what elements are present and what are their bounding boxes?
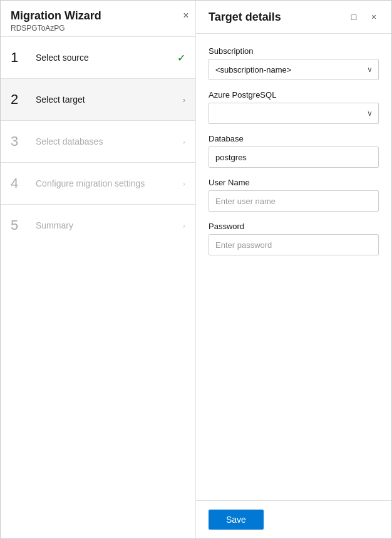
step-chevron-icon-3: › bbox=[183, 137, 185, 146]
maximize-button[interactable]: □ bbox=[346, 9, 361, 24]
subscription-select[interactable]: <subscription-name> bbox=[209, 59, 379, 80]
wizard-title: Migration Wizard bbox=[11, 9, 185, 23]
step-label-2: Select target bbox=[36, 95, 183, 105]
right-panel: Target details □ × Subscription <subscri… bbox=[196, 1, 391, 538]
right-header-actions: □ × bbox=[346, 9, 381, 24]
step-number-4: 4 bbox=[11, 175, 28, 192]
azure-pg-select-wrapper: ∨ bbox=[209, 103, 379, 124]
subscription-group: Subscription <subscription-name> ∨ bbox=[209, 46, 379, 80]
dialog-container: Migration Wizard RDSPGToAzPG × 1 Select … bbox=[0, 0, 392, 539]
azure-pg-select[interactable] bbox=[209, 103, 379, 124]
step-check-icon-1: ✓ bbox=[177, 52, 185, 64]
step-chevron-icon-5: › bbox=[183, 221, 185, 230]
left-header: Migration Wizard RDSPGToAzPG bbox=[1, 1, 195, 37]
database-group: Database bbox=[209, 134, 379, 168]
step-number-5: 5 bbox=[11, 217, 28, 234]
left-panel: Migration Wizard RDSPGToAzPG × 1 Select … bbox=[1, 1, 196, 538]
step-number-3: 3 bbox=[11, 133, 28, 150]
azure-pg-label: Azure PostgreSQL bbox=[209, 90, 379, 100]
username-group: User Name bbox=[209, 178, 379, 212]
step-list: 1 Select source ✓ 2 Select target › 3 Se… bbox=[1, 37, 195, 538]
subscription-select-wrapper: <subscription-name> ∨ bbox=[209, 59, 379, 80]
step-item-3[interactable]: 3 Select databases › bbox=[1, 121, 195, 163]
right-close-button[interactable]: × bbox=[366, 9, 381, 24]
step-chevron-icon-4: › bbox=[183, 179, 185, 188]
azure-pg-group: Azure PostgreSQL ∨ bbox=[209, 90, 379, 124]
wizard-subtitle: RDSPGToAzPG bbox=[11, 24, 185, 33]
step-item-4[interactable]: 4 Configure migration settings › bbox=[1, 163, 195, 205]
step-label-1: Select source bbox=[36, 53, 177, 63]
right-header: Target details □ × bbox=[196, 1, 391, 34]
step-number-1: 1 bbox=[11, 49, 28, 66]
right-panel-title: Target details bbox=[209, 11, 281, 24]
step-label-5: Summary bbox=[36, 220, 183, 230]
password-input[interactable] bbox=[209, 234, 379, 255]
right-content: Subscription <subscription-name> ∨ Azure… bbox=[196, 34, 391, 500]
username-label: User Name bbox=[209, 178, 379, 187]
left-close-button[interactable]: × bbox=[178, 8, 193, 23]
right-footer: Save bbox=[196, 500, 391, 538]
step-item-1[interactable]: 1 Select source ✓ bbox=[1, 37, 195, 79]
step-chevron-icon-2: › bbox=[183, 95, 185, 105]
step-item-5[interactable]: 5 Summary › bbox=[1, 205, 195, 246]
password-group: Password bbox=[209, 222, 379, 255]
password-label: Password bbox=[209, 222, 379, 231]
step-label-3: Select databases bbox=[36, 136, 183, 146]
database-input[interactable] bbox=[209, 146, 379, 168]
step-label-4: Configure migration settings bbox=[36, 178, 183, 188]
subscription-label: Subscription bbox=[209, 46, 379, 56]
database-label: Database bbox=[209, 134, 379, 143]
save-button[interactable]: Save bbox=[209, 510, 264, 530]
step-item-2[interactable]: 2 Select target › bbox=[1, 79, 195, 121]
username-input[interactable] bbox=[209, 190, 379, 212]
step-number-2: 2 bbox=[11, 91, 28, 108]
